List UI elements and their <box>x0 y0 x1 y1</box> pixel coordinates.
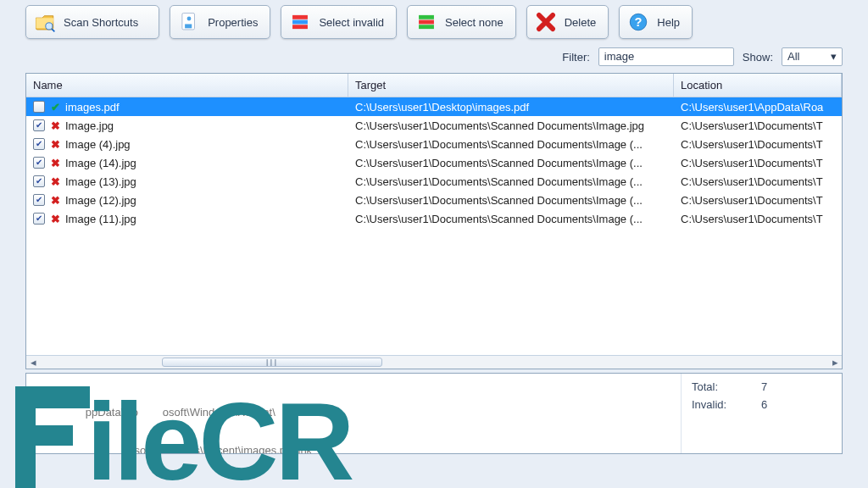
delete-button[interactable]: Delete <box>526 5 609 39</box>
check-icon: ✔ <box>48 101 62 114</box>
scroll-right-icon[interactable]: ▸ <box>828 356 842 369</box>
table-row[interactable]: ✖Image (12).jpgC:\Users\user1\Documents\… <box>26 191 842 209</box>
row-target: C:\Users\user1\Desktop\images.pdf <box>348 101 674 114</box>
scroll-left-icon[interactable]: ◂ <box>26 356 40 369</box>
table-row[interactable]: ✖Image (14).jpgC:\Users\user1\Documents\… <box>26 153 842 172</box>
row-name: Image (13).jpg <box>65 175 136 188</box>
grip-icon: III <box>266 358 278 367</box>
table-row[interactable]: ✖Image (4).jpgC:\Users\user1\Documents\S… <box>26 135 842 153</box>
horizontal-scrollbar[interactable]: ◂ III ▸ <box>26 355 842 369</box>
delete-label: Delete <box>565 16 597 29</box>
select-none-button[interactable]: Select none <box>407 5 516 39</box>
cross-icon: ✖ <box>48 157 62 169</box>
folder-search-icon <box>33 10 57 34</box>
column-header-location[interactable]: Location <box>674 74 842 97</box>
row-checkbox[interactable] <box>33 175 45 187</box>
svg-rect-8 <box>419 20 434 25</box>
select-invalid-button[interactable]: Select invalid <box>281 5 397 39</box>
row-target: C:\Users\user1\Documents\Scanned Documen… <box>348 138 674 151</box>
svg-text:?: ? <box>635 15 643 29</box>
row-location: C:\Users\user1\Documents\T <box>674 213 842 225</box>
stat-invalid-label: Invalid: <box>692 398 746 411</box>
filter-label: Filter: <box>562 51 590 64</box>
row-target: C:\Users\user1\Documents\Scanned Documen… <box>348 213 674 225</box>
table-row[interactable]: ✖Image (13).jpgC:\Users\user1\Documents\… <box>26 172 842 191</box>
scroll-thumb[interactable]: III <box>162 358 382 367</box>
row-checkbox[interactable] <box>33 101 45 113</box>
select-none-label: Select none <box>445 16 504 29</box>
stat-total-value: 7 <box>761 380 767 393</box>
row-location: C:\Users\user1\Documents\T <box>674 138 842 151</box>
row-target: C:\Users\user1\Documents\Scanned Documen… <box>348 119 674 132</box>
row-checkbox[interactable] <box>33 119 45 131</box>
stat-total-label: Total: <box>692 380 746 393</box>
delete-icon <box>534 10 558 34</box>
row-target: C:\Users\user1\Documents\Scanned Documen… <box>348 175 674 188</box>
row-location: C:\Users\user1\Documents\T <box>674 194 842 207</box>
chevron-down-icon: ▾ <box>831 48 837 65</box>
filter-row: Filter: image Show: All ▾ <box>0 47 868 73</box>
select-none-icon <box>415 10 438 34</box>
row-target: C:\Users\user1\Documents\Scanned Documen… <box>348 194 674 207</box>
row-location: C:\Users\user1\AppData\Roa <box>674 101 842 114</box>
scan-shortcuts-button[interactable]: Scan Shortcuts <box>25 5 159 39</box>
svg-point-0 <box>46 23 53 30</box>
svg-rect-4 <box>292 15 308 19</box>
select-invalid-label: Select invalid <box>319 16 384 29</box>
table-row[interactable]: ✔images.pdfC:\Users\user1\Desktop\images… <box>26 97 842 116</box>
detail-line-2: osoft\Windows\Recent\images.pdf.lnk <box>36 444 670 453</box>
select-invalid-icon <box>288 10 312 34</box>
row-checkbox[interactable] <box>33 157 45 169</box>
svg-rect-6 <box>292 25 308 29</box>
row-checkbox[interactable] <box>33 138 45 150</box>
svg-rect-5 <box>292 20 308 25</box>
show-label: Show: <box>743 51 773 64</box>
details-panel: ppData\Ro osoft\Windows\Recent\ osoft\Wi… <box>25 373 843 454</box>
row-name: images.pdf <box>65 101 120 114</box>
properties-label: Properties <box>208 16 258 29</box>
stats-panel: Total: 7 Invalid: 6 <box>681 374 842 453</box>
help-label: Help <box>657 16 680 29</box>
row-target: C:\Users\user1\Documents\Scanned Documen… <box>348 157 674 169</box>
grid-body: ✔images.pdfC:\Users\user1\Desktop\images… <box>26 97 842 355</box>
grid-header: Name Target Location <box>26 74 842 97</box>
row-location: C:\Users\user1\Documents\T <box>674 175 842 188</box>
cross-icon: ✖ <box>48 119 62 132</box>
show-dropdown-value: All <box>787 48 799 65</box>
column-header-target[interactable]: Target <box>348 74 674 97</box>
properties-icon <box>177 10 201 34</box>
row-name: Image.jpg <box>65 119 114 132</box>
svg-point-3 <box>187 17 192 21</box>
cross-icon: ✖ <box>48 138 62 151</box>
cross-icon: ✖ <box>48 194 62 207</box>
help-icon: ? <box>626 10 650 34</box>
row-name: Image (14).jpg <box>65 157 136 169</box>
help-button[interactable]: ? Help <box>619 5 693 39</box>
row-name: Image (11).jpg <box>65 213 136 225</box>
svg-rect-7 <box>419 15 434 19</box>
row-location: C:\Users\user1\Documents\T <box>674 157 842 169</box>
shortcut-details: ppData\Ro osoft\Windows\Recent\ osoft\Wi… <box>26 374 681 453</box>
filter-input-value: image <box>604 50 634 63</box>
cross-icon: ✖ <box>48 213 62 225</box>
properties-button[interactable]: Properties <box>170 5 270 39</box>
svg-rect-2 <box>185 24 192 28</box>
row-checkbox[interactable] <box>33 194 45 206</box>
filter-input[interactable]: image <box>598 47 734 66</box>
scan-shortcuts-label: Scan Shortcuts <box>64 16 138 29</box>
stat-invalid-value: 6 <box>761 398 767 411</box>
column-header-name[interactable]: Name <box>26 74 348 97</box>
table-row[interactable]: ✖Image.jpgC:\Users\user1\Documents\Scann… <box>26 116 842 135</box>
svg-rect-9 <box>419 25 434 29</box>
table-row[interactable]: ✖Image (11).jpgC:\Users\user1\Documents\… <box>26 209 842 228</box>
toolbar: Scan Shortcuts Properties Select invalid… <box>0 0 868 47</box>
detail-line-1: ppData\Ro osoft\Windows\Recent\ <box>36 406 670 419</box>
results-grid: Name Target Location ✔images.pdfC:\Users… <box>25 73 843 369</box>
row-checkbox[interactable] <box>33 213 45 225</box>
show-dropdown[interactable]: All ▾ <box>782 47 843 66</box>
row-location: C:\Users\user1\Documents\T <box>674 119 842 132</box>
row-name: Image (4).jpg <box>65 138 131 151</box>
row-name: Image (12).jpg <box>65 194 136 207</box>
cross-icon: ✖ <box>48 175 62 188</box>
